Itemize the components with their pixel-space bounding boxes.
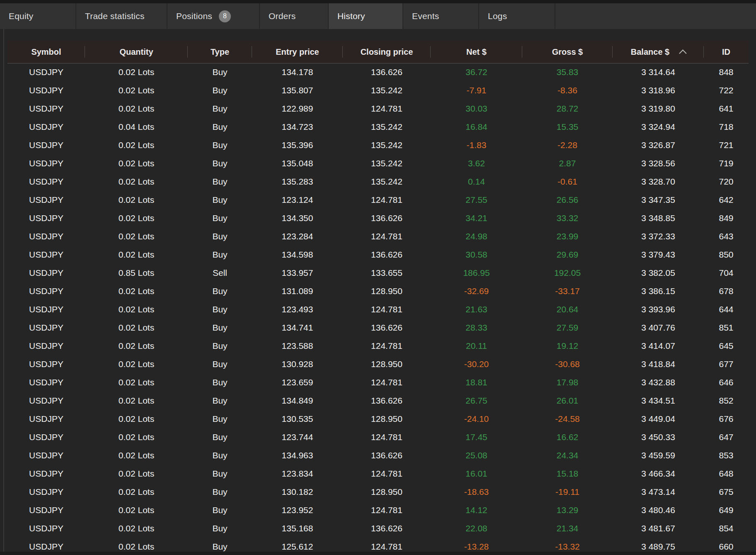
table-row[interactable]: USDJPY0.85 LotsSell133.957133.655186.951… [7, 264, 749, 282]
cell-closing-price: 128.950 [343, 414, 431, 424]
cell-closing-price: 135.242 [343, 122, 431, 132]
cell-type: Buy [188, 396, 252, 406]
cell-gross: 35.83 [522, 67, 613, 77]
cell-id: 677 [704, 359, 749, 369]
cell-closing-price: 133.655 [343, 268, 431, 278]
cell-quantity: 0.02 Lots [85, 213, 188, 223]
cell-entry-price: 123.588 [252, 341, 343, 351]
cell-id: 850 [704, 250, 749, 260]
table-row[interactable]: USDJPY0.02 LotsBuy122.989124.78130.0328.… [7, 100, 749, 118]
tab-label: Logs [488, 11, 507, 21]
cell-balance: 3 372.33 [613, 231, 704, 241]
column-header-label: Net $ [466, 47, 487, 57]
cell-gross: 24.34 [522, 450, 613, 460]
cell-symbol: USDJPY [7, 450, 85, 460]
cell-balance: 3 418.84 [613, 359, 704, 369]
cell-id: 660 [704, 542, 749, 552]
cell-balance: 3 379.43 [613, 250, 704, 260]
cell-balance: 3 326.87 [613, 140, 704, 150]
table-row[interactable]: USDJPY0.02 LotsBuy123.834124.78116.0115.… [7, 465, 749, 483]
cell-closing-price: 124.781 [343, 304, 431, 314]
table-row[interactable]: USDJPY0.02 LotsBuy123.744124.78117.4516.… [7, 428, 749, 446]
cell-gross: 13.29 [522, 505, 613, 515]
cell-type: Buy [188, 469, 252, 479]
tab-equity[interactable]: Equity [0, 3, 76, 29]
cell-balance: 3 393.96 [613, 304, 704, 314]
table-row[interactable]: USDJPY0.02 LotsBuy130.535128.950-24.10-2… [7, 410, 749, 428]
column-header-gross[interactable]: Gross $ [522, 41, 613, 63]
cell-net: 14.12 [431, 505, 522, 515]
table-row[interactable]: USDJPY0.02 LotsBuy123.284124.78124.9823.… [7, 227, 749, 246]
column-header-quantity[interactable]: Quantity [85, 41, 188, 63]
table-row[interactable]: USDJPY0.02 LotsBuy123.952124.78114.1213.… [7, 501, 749, 519]
cell-net: 18.81 [431, 377, 522, 387]
cell-quantity: 0.02 Lots [85, 104, 188, 114]
cell-entry-price: 123.744 [252, 432, 343, 442]
cell-quantity: 0.02 Lots [85, 341, 188, 351]
cell-symbol: USDJPY [7, 250, 85, 260]
positions-count-badge: 8 [219, 10, 231, 22]
table-row[interactable]: USDJPY0.02 LotsBuy131.089128.950-32.69-3… [7, 282, 749, 300]
table-row[interactable]: USDJPY0.02 LotsBuy135.168136.62622.0821.… [7, 519, 749, 538]
tab-logs[interactable]: Logs [479, 3, 555, 29]
panel-left-border [3, 29, 4, 552]
cell-quantity: 0.02 Lots [85, 414, 188, 424]
cell-type: Buy [188, 359, 252, 369]
cell-quantity: 0.02 Lots [85, 432, 188, 442]
table-row[interactable]: USDJPY0.02 LotsBuy134.741136.62628.3327.… [7, 319, 749, 337]
column-header-id[interactable]: ID [704, 41, 749, 63]
tab-history[interactable]: History [329, 3, 403, 29]
table-row[interactable]: USDJPY0.02 LotsBuy135.283135.2420.14-0.6… [7, 173, 749, 191]
cell-net: 27.55 [431, 195, 522, 205]
cell-balance: 3 407.76 [613, 323, 704, 333]
column-header-balance[interactable]: Balance $ [613, 41, 704, 63]
column-header-entry-price[interactable]: Entry price [252, 41, 343, 63]
table-header-row: SymbolQuantityTypeEntry priceClosing pri… [7, 41, 749, 63]
cell-closing-price: 124.781 [343, 341, 431, 351]
cell-entry-price: 134.178 [252, 67, 343, 77]
table-row[interactable]: USDJPY0.02 LotsBuy134.598136.62630.5829.… [7, 246, 749, 264]
table-row[interactable]: USDJPY0.02 LotsBuy130.928128.950-30.20-3… [7, 355, 749, 373]
table-row[interactable]: USDJPY0.02 LotsBuy123.124124.78127.5526.… [7, 191, 749, 209]
cell-net: 20.11 [431, 341, 522, 351]
column-header-symbol[interactable]: Symbol [7, 41, 85, 63]
cell-type: Buy [188, 487, 252, 497]
cell-quantity: 0.02 Lots [85, 323, 188, 333]
cell-entry-price: 122.989 [252, 104, 343, 114]
table-row[interactable]: USDJPY0.02 LotsBuy135.396135.242-1.83-2.… [7, 136, 749, 154]
table-row[interactable]: USDJPY0.02 LotsBuy134.350136.62634.2133.… [7, 209, 749, 227]
cell-type: Buy [188, 104, 252, 114]
cell-closing-price: 136.626 [343, 323, 431, 333]
tab-trade-statistics[interactable]: Trade statistics [76, 3, 167, 29]
cell-net: 26.75 [431, 396, 522, 406]
column-header-closing-price[interactable]: Closing price [343, 41, 431, 63]
table-row[interactable]: USDJPY0.02 LotsBuy123.659124.78118.8117.… [7, 373, 749, 392]
cell-type: Buy [188, 377, 252, 387]
cell-id: 646 [704, 377, 749, 387]
cell-balance: 3 324.94 [613, 122, 704, 132]
cell-balance: 3 432.88 [613, 377, 704, 387]
table-row[interactable]: USDJPY0.02 LotsBuy134.178136.62636.7235.… [7, 63, 749, 81]
cell-entry-price: 135.048 [252, 158, 343, 168]
table-row[interactable]: USDJPY0.04 LotsBuy134.723135.24216.8415.… [7, 118, 749, 136]
table-row[interactable]: USDJPY0.02 LotsBuy135.048135.2423.622.87… [7, 154, 749, 173]
tab-events[interactable]: Events [403, 3, 479, 29]
cell-symbol: USDJPY [7, 414, 85, 424]
table-row[interactable]: USDJPY0.02 LotsBuy134.963136.62625.0824.… [7, 446, 749, 465]
history-table-body: USDJPY0.02 LotsBuy134.178136.62636.7235.… [7, 63, 749, 555]
table-row[interactable]: USDJPY0.02 LotsBuy135.807135.242-7.91-8.… [7, 81, 749, 100]
cell-entry-price: 133.957 [252, 268, 343, 278]
cell-net: 16.01 [431, 469, 522, 479]
cell-quantity: 0.85 Lots [85, 268, 188, 278]
cell-type: Buy [188, 523, 252, 533]
tab-positions[interactable]: Positions8 [167, 3, 260, 29]
cell-closing-price: 124.781 [343, 377, 431, 387]
cell-balance: 3 434.51 [613, 396, 704, 406]
table-row[interactable]: USDJPY0.02 LotsBuy130.182128.950-18.63-1… [7, 483, 749, 501]
column-header-type[interactable]: Type [188, 41, 252, 63]
tab-orders[interactable]: Orders [260, 3, 329, 29]
column-header-net[interactable]: Net $ [431, 41, 522, 63]
table-row[interactable]: USDJPY0.02 LotsBuy134.849136.62626.7526.… [7, 392, 749, 410]
table-row[interactable]: USDJPY0.02 LotsBuy123.588124.78120.1119.… [7, 337, 749, 355]
table-row[interactable]: USDJPY0.02 LotsBuy123.493124.78121.6320.… [7, 300, 749, 319]
